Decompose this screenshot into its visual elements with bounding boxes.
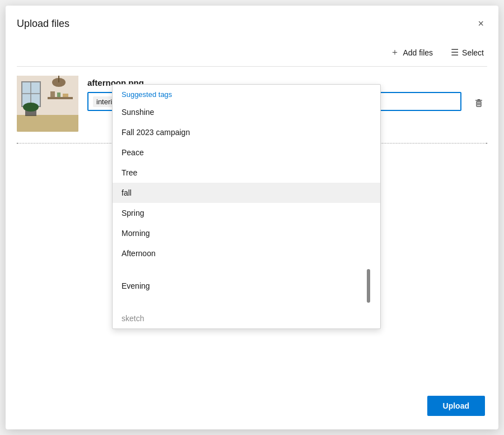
tag-suggestion-tree[interactable]: Tree	[113, 163, 380, 183]
toolbar: ＋ Add files ☰ Select	[6, 40, 498, 66]
select-label: Select	[462, 48, 484, 57]
svg-rect-20	[478, 99, 480, 100]
upload-dialog: Upload files × ＋ Add files ☰ Select	[6, 6, 498, 429]
plus-icon: ＋	[390, 47, 399, 58]
tag-suggestion-afternoon[interactable]: Afternoon	[113, 243, 380, 263]
svg-rect-2	[17, 115, 78, 132]
add-files-label: Add files	[403, 48, 433, 57]
tag-suggestion-fall[interactable]: fall	[113, 183, 380, 203]
dialog-title: Upload files	[17, 18, 69, 30]
dialog-header: Upload files ×	[6, 6, 498, 40]
tag-suggestion-evening[interactable]: Evening	[113, 263, 380, 308]
svg-rect-14	[57, 92, 60, 97]
tag-suggestion-spring[interactable]: Spring	[113, 203, 380, 223]
svg-rect-13	[50, 91, 55, 97]
close-icon: ×	[478, 18, 484, 30]
tag-suggestion-morning[interactable]: Morning	[113, 223, 380, 243]
close-button[interactable]: ×	[474, 16, 487, 32]
tag-suggestion-sunshine[interactable]: Sunshine	[113, 102, 380, 122]
tag-suggestions-dropdown: Suggested tags Sunshine Fall 2023 campai…	[112, 84, 381, 329]
tag-suggestion-sketch[interactable]: sketch	[113, 308, 380, 328]
svg-rect-15	[63, 94, 68, 97]
svg-point-17	[23, 103, 39, 112]
delete-file-button[interactable]	[470, 94, 487, 114]
svg-rect-11	[58, 76, 59, 82]
suggested-tags-header: Suggested tags	[113, 85, 380, 102]
tag-suggestion-fall2023[interactable]: Fall 2023 campaign	[113, 122, 380, 142]
scrollbar-thumb[interactable]	[367, 269, 370, 303]
checklist-icon: ☰	[451, 47, 459, 58]
select-button[interactable]: ☰ Select	[447, 45, 487, 60]
add-files-button[interactable]: ＋ Add files	[387, 44, 436, 61]
svg-rect-12	[48, 97, 73, 99]
trash-icon	[474, 98, 484, 108]
upload-button[interactable]: Upload	[427, 396, 485, 416]
file-thumbnail	[17, 76, 78, 132]
tag-suggestion-peace[interactable]: Peace	[113, 142, 380, 163]
